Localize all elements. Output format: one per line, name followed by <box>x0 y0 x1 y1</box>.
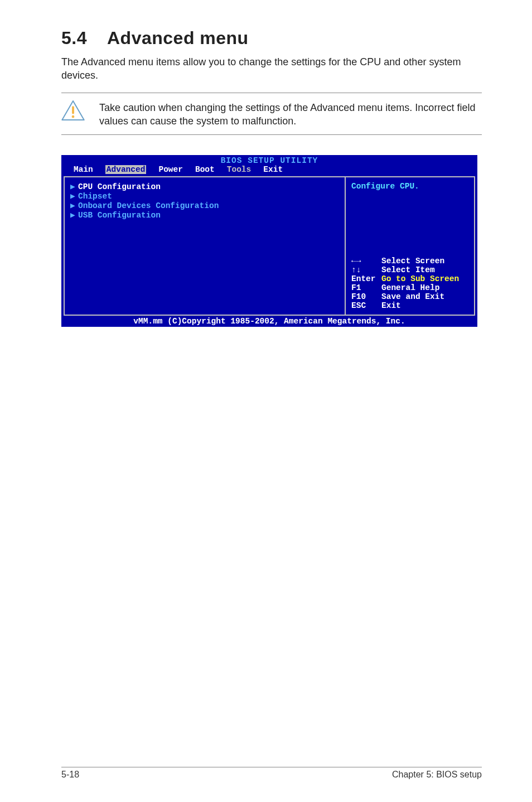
key-enter: EnterGo to Sub Screen <box>351 274 468 283</box>
key-f1: F1General Help <box>351 283 468 292</box>
bios-screenshot: BIOS SETUP UTILITY Main Advanced Power B… <box>61 155 477 327</box>
bios-menu-pane: ▶CPU Configuration ▶Chipset ▶Onboard Dev… <box>65 177 345 315</box>
caution-icon <box>61 99 85 124</box>
key-select-item: ↑↓Select Item <box>351 265 468 274</box>
tab-boot[interactable]: Boot <box>195 165 215 174</box>
tab-advanced[interactable]: Advanced <box>105 165 147 174</box>
menu-cpu-configuration[interactable]: ▶CPU Configuration <box>70 182 339 191</box>
bios-title: BIOS SETUP UTILITY <box>61 155 477 165</box>
page-number: 5-18 <box>61 770 79 780</box>
bios-tab-bar: Main Advanced Power Boot Tools Exit <box>61 165 477 176</box>
key-esc: ESCExit <box>351 301 468 310</box>
caution-note: Take caution when changing the settings … <box>61 93 482 136</box>
bios-copyright: vMM.mm (C)Copyright 1985-2002, American … <box>61 317 477 327</box>
intro-paragraph: The Advanced menu items allow you to cha… <box>61 55 482 83</box>
tab-exit[interactable]: Exit <box>263 165 283 174</box>
chapter-label: Chapter 5: BIOS setup <box>392 770 482 780</box>
page-footer: 5-18 Chapter 5: BIOS setup <box>61 767 482 780</box>
tab-main[interactable]: Main <box>74 165 93 174</box>
svg-rect-0 <box>72 106 74 114</box>
menu-onboard-devices[interactable]: ▶Onboard Devices Configuration <box>70 201 339 210</box>
key-select-screen: ←→Select Screen <box>351 257 468 265</box>
key-f10: F10Save and Exit <box>351 292 468 301</box>
caution-text: Take caution when changing the settings … <box>99 99 482 128</box>
tab-tools[interactable]: Tools <box>227 165 252 174</box>
bios-help-pane: Configure CPU. ←→Select Screen ↑↓Select … <box>345 177 474 315</box>
menu-usb-configuration[interactable]: ▶USB Configuration <box>70 210 339 220</box>
svg-point-1 <box>72 115 75 118</box>
menu-chipset[interactable]: ▶Chipset <box>70 191 339 201</box>
bios-key-legend: ←→Select Screen ↑↓Select Item EnterGo to… <box>351 257 468 310</box>
bios-help-text: Configure CPU. <box>351 182 468 191</box>
section-title-text: Advanced menu <box>107 28 249 48</box>
section-number: 5.4 <box>61 28 87 49</box>
section-heading: 5.4Advanced menu <box>61 28 482 49</box>
tab-power[interactable]: Power <box>158 165 183 174</box>
